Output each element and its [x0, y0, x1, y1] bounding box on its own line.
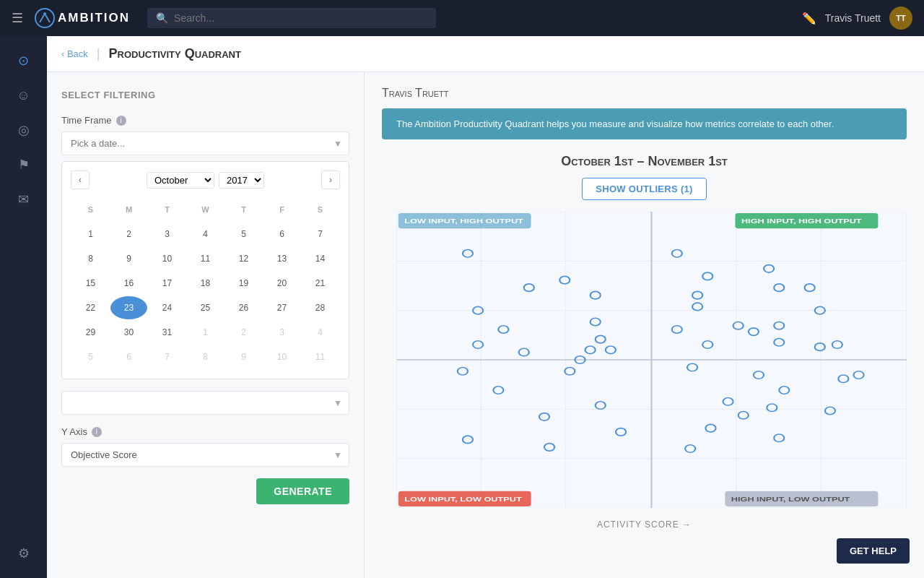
calendar-day[interactable]: 1 [187, 321, 224, 344]
calendar-day[interactable]: 3 [263, 321, 300, 344]
calendar-day[interactable]: 22 [72, 296, 109, 319]
cal-day-header-t2: T [225, 198, 262, 221]
y-axis-select[interactable]: Objective Score [61, 443, 349, 467]
hamburger-menu[interactable]: ☰ [12, 10, 23, 26]
calendar-day[interactable]: 17 [149, 272, 186, 295]
cal-day-header-m: M [110, 198, 147, 221]
calendar-day[interactable]: 24 [149, 296, 186, 319]
calendar-grid: S M T W T F S 12345678910111213141516171… [71, 197, 340, 370]
xaxis-select-wrapper: ▼ [61, 391, 349, 415]
target-icon: ◎ [18, 122, 30, 138]
calendar-day[interactable]: 21 [302, 272, 339, 295]
main-content: ‹ Back | Productivity Quadrant Select Fi… [47, 36, 924, 578]
edit-icon[interactable]: ✏️ [802, 12, 816, 25]
calendar-day[interactable]: 12 [225, 247, 262, 270]
generate-button[interactable]: GENERATE [256, 478, 349, 504]
calendar-day[interactable]: 10 [149, 247, 186, 270]
calendar-day[interactable]: 6 [110, 345, 147, 368]
time-frame-info-icon[interactable]: i [116, 116, 126, 126]
calendar-day[interactable]: 7 [149, 345, 186, 368]
calendar-day[interactable]: 26 [225, 296, 262, 319]
calendar-day[interactable]: 2 [110, 223, 147, 246]
svg-text:HIGH INPUT, LOW OUTPUT: HIGH INPUT, LOW OUTPUT [731, 495, 850, 502]
date-input[interactable] [61, 131, 349, 155]
calendar-next-btn[interactable]: › [321, 171, 340, 189]
calendar-day[interactable]: 31 [149, 321, 186, 344]
page-body: Select Filtering Time Frame i ▼ ‹ O [47, 72, 924, 578]
calendar-day[interactable]: 9 [225, 345, 262, 368]
calendar-day[interactable]: 4 [187, 223, 224, 246]
calendar-day[interactable]: 25 [187, 296, 224, 319]
scatter-chart-wrapper: Objective Score → [382, 212, 907, 530]
info-banner: The Ambition Productivity Quadrant helps… [382, 108, 907, 139]
svg-rect-3 [652, 212, 907, 360]
calendar-day[interactable]: 29 [72, 321, 109, 344]
calendar-day[interactable]: 6 [263, 223, 300, 246]
sidebar-item-people[interactable]: ☺ [8, 79, 40, 111]
y-axis-label: Y Axis i [61, 426, 349, 437]
sidebar-item-flag[interactable]: ⚑ [8, 149, 40, 181]
dashboard-icon: ⊙ [18, 53, 29, 69]
calendar-day[interactable]: 27 [263, 296, 300, 319]
calendar-day[interactable]: 20 [263, 272, 300, 295]
chart-date-range: October 1st – November 1st [382, 154, 907, 169]
date-input-wrapper: ▼ [61, 131, 349, 155]
calendar-day[interactable]: 5 [72, 345, 109, 368]
page-title: Productivity Quadrant [109, 46, 241, 61]
calendar-day[interactable]: 13 [263, 247, 300, 270]
calendar-day[interactable]: 3 [149, 223, 186, 246]
calendar-prev-btn[interactable]: ‹ [71, 171, 90, 189]
calendar-month-year-selects: October November 2017 2018 [147, 172, 264, 189]
cal-day-header-s2: S [302, 198, 339, 221]
sidebar-item-target[interactable]: ◎ [8, 114, 40, 146]
calendar-day[interactable]: 23 [110, 296, 147, 319]
calendar-day[interactable]: 8 [187, 345, 224, 368]
calendar-day[interactable]: 7 [302, 223, 339, 246]
chart-area: Travis Truett The Ambition Productivity … [365, 72, 924, 578]
calendar-day[interactable]: 4 [302, 321, 339, 344]
calendar-day[interactable]: 19 [225, 272, 262, 295]
top-nav: ☰ AMBITION 🔍 ✏️ Travis Truett TT [0, 0, 924, 36]
scatter-svg-wrapper: LOW INPUT, HIGH OUTPUT HIGH INPUT, HIGH … [396, 212, 907, 508]
calendar-day[interactable]: 2 [225, 321, 262, 344]
get-help-button[interactable]: GET HELP [837, 538, 910, 564]
calendar-day[interactable]: 5 [225, 223, 262, 246]
username-label: Travis Truett [825, 12, 881, 24]
search-area[interactable]: 🔍 [147, 8, 436, 28]
calendar-day[interactable]: 14 [302, 247, 339, 270]
outliers-button[interactable]: SHOW OUTLIERS (1) [582, 178, 706, 200]
calendar-day[interactable]: 10 [263, 345, 300, 368]
sidebar-item-dashboard[interactable]: ⊙ [8, 45, 40, 77]
app-logo: AMBITION [35, 8, 130, 28]
y-axis-info-icon[interactable]: i [92, 427, 102, 437]
svg-point-0 [35, 9, 54, 27]
xaxis-select[interactable] [61, 391, 349, 415]
sidebar-item-settings[interactable]: ⚙ [8, 538, 40, 569]
calendar-day[interactable]: 18 [187, 272, 224, 295]
calendar: ‹ October November 2017 2018 › [61, 161, 349, 379]
search-input[interactable] [174, 12, 318, 24]
calendar-day[interactable]: 11 [187, 247, 224, 270]
cal-day-header-t1: T [149, 198, 186, 221]
cal-day-header-s1: S [72, 198, 109, 221]
calendar-day[interactable]: 15 [72, 272, 109, 295]
back-link[interactable]: ‹ Back [61, 48, 88, 59]
sidebar-item-chat[interactable]: ✉ [8, 184, 40, 215]
calendar-day[interactable]: 1 [72, 223, 109, 246]
outliers-btn-row: SHOW OUTLIERS (1) [382, 178, 907, 200]
avatar[interactable]: TT [889, 7, 912, 30]
time-frame-label: Time Frame i [61, 115, 349, 126]
calendar-day[interactable]: 9 [110, 247, 147, 270]
calendar-day[interactable]: 11 [302, 345, 339, 368]
generate-btn-row: GENERATE [61, 478, 349, 504]
calendar-day[interactable]: 8 [72, 247, 109, 270]
calendar-day[interactable]: 30 [110, 321, 147, 344]
x-axis-label-chart: Activity Score → [597, 519, 692, 530]
calendar-day[interactable]: 16 [110, 272, 147, 295]
cal-day-header-w: W [187, 198, 224, 221]
svg-text:HIGH INPUT, HIGH OUTPUT: HIGH INPUT, HIGH OUTPUT [741, 217, 862, 224]
svg-point-1 [43, 12, 46, 15]
calendar-month-select[interactable]: October November [147, 172, 214, 189]
calendar-day[interactable]: 28 [302, 296, 339, 319]
calendar-year-select[interactable]: 2017 2018 [219, 172, 264, 189]
